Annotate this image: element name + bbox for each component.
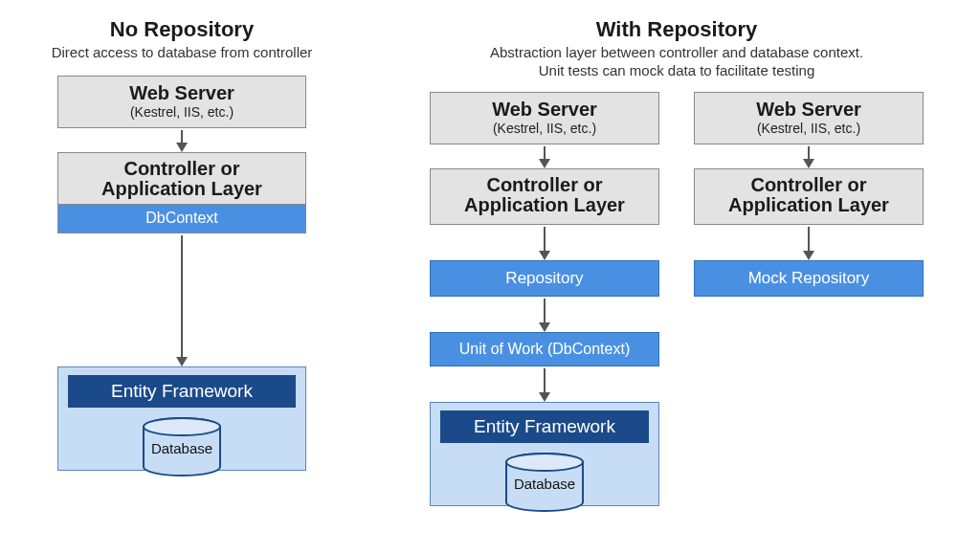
unit-of-work-box: Unit of Work (DbContext) [430,332,659,366]
entity-framework-panel: Entity Framework Database [57,366,306,471]
arrow-down-icon [803,146,814,168]
web-server-box: Web Server (Kestrel, IIS, etc.) [57,76,306,128]
ef-title: Entity Framework [68,375,296,408]
with-repo-subtitle-line1: Abstraction layer between controller and… [490,44,863,60]
web-server-sub: (Kestrel, IIS, etc.) [699,121,919,136]
arrow-down-icon [803,227,814,260]
database-icon: Database [141,417,223,456]
controller-box: Controller or Application Layer [430,168,659,225]
web-server-sub: (Kestrel, IIS, etc.) [434,121,655,136]
arrow-down-icon [176,235,188,366]
controller-line1: Controller or [434,175,655,196]
svg-point-1 [144,418,220,435]
controller-line1: Controller or [699,175,919,196]
arrow-down-icon [539,146,550,168]
no-repo-subtitle: Direct access to database from controlle… [52,44,313,62]
with-repo-stacks: Web Server (Kestrel, IIS, etc.) Controll… [383,92,970,506]
web-server-box: Web Server (Kestrel, IIS, etc.) [430,92,659,144]
controller-line1: Controller or [62,159,301,180]
controller-line2: Application Layer [434,195,655,216]
no-repo-title: No Repository [110,17,254,42]
arrow-down-icon [539,227,550,260]
controller-line2: Application Layer [699,195,919,216]
column-with-repository: With Repository Abstraction layer betwee… [383,17,970,506]
no-repo-stack: Web Server (Kestrel, IIS, etc.) Controll… [57,76,306,471]
with-repo-stack-real: Web Server (Kestrel, IIS, etc.) Controll… [430,92,659,506]
controller-box: Controller or Application Layer [57,152,306,205]
mock-repository-box: Mock Repository [694,260,924,297]
database-icon: Database [503,453,586,492]
with-repo-title: With Repository [383,17,970,42]
dbcontext-box: DbContext [57,205,306,233]
controller-box: Controller or Application Layer [694,168,924,225]
web-server-box: Web Server (Kestrel, IIS, etc.) [694,92,924,144]
ef-title: Entity Framework [440,410,649,443]
web-server-sub: (Kestrel, IIS, etc.) [62,104,301,120]
controller-line2: Application Layer [62,179,301,200]
web-server-title: Web Server [62,82,301,103]
column-no-repository: No Repository Direct access to database … [10,17,354,506]
arrow-down-icon [539,299,550,332]
database-label: Database [514,476,575,492]
repository-box: Repository [430,260,659,297]
with-repo-subtitle: Abstraction layer between controller and… [383,44,970,80]
arrow-down-icon [176,130,188,152]
database-label: Database [151,440,212,456]
with-repo-subtitle-line2: Unit tests can mock data to facilitate t… [539,62,814,78]
entity-framework-panel: Entity Framework Database [430,402,659,506]
web-server-title: Web Server [699,99,919,120]
web-server-title: Web Server [434,99,655,120]
with-repo-stack-mock: Web Server (Kestrel, IIS, etc.) Controll… [694,92,924,506]
svg-point-3 [506,454,583,471]
arrow-down-icon [539,368,550,402]
diagram-root: No Repository Direct access to database … [0,0,980,506]
